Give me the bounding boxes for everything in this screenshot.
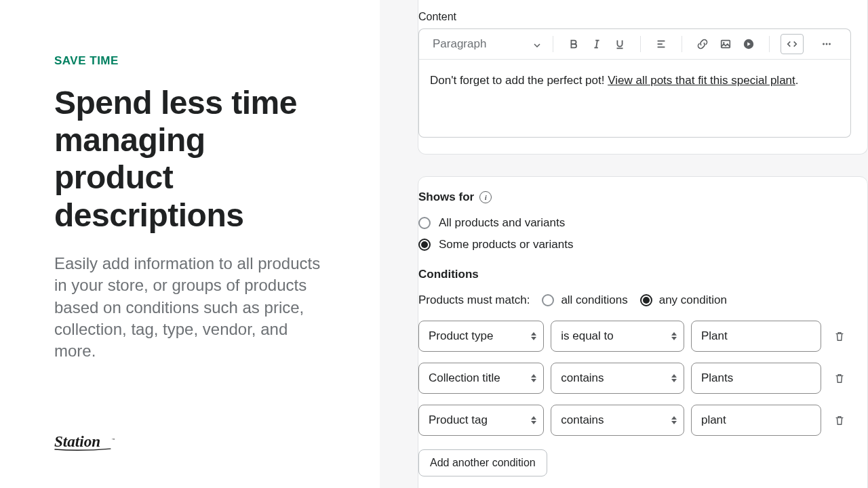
chevron-down-icon: [534, 37, 540, 51]
select-stepper-icon: [671, 332, 677, 340]
underline-button[interactable]: [610, 35, 629, 54]
condition-operator-select[interactable]: is equal to: [551, 321, 684, 352]
svg-point-13: [826, 43, 828, 45]
trash-icon: [833, 372, 846, 384]
toolbar-divider: [682, 36, 682, 52]
radio-match-all-label: all conditions: [561, 293, 627, 307]
editor-text-pre: Don't forget to add the perfect pot!: [430, 74, 608, 87]
paragraph-select[interactable]: Paragraph: [426, 33, 547, 55]
eyebrow-label: SAVE TIME: [54, 54, 326, 68]
paragraph-select-label: Paragraph: [433, 37, 486, 51]
condition-operator-value: contains: [561, 413, 604, 426]
condition-operator-value: is equal to: [561, 329, 614, 342]
condition-row: Product type is equal to Plant: [418, 321, 851, 352]
select-stepper-icon: [671, 416, 677, 424]
radio-match-any[interactable]: [640, 294, 652, 306]
select-stepper-icon: [671, 374, 677, 382]
editor-toolbar: Paragraph: [418, 28, 851, 59]
svg-text:™: ™: [112, 438, 115, 441]
condition-field-value: Product type: [429, 329, 493, 342]
toolbar-divider: [640, 36, 641, 52]
info-icon[interactable]: i: [479, 191, 492, 203]
shows-for-label: Shows for: [418, 190, 474, 204]
conditions-label: Conditions: [418, 268, 851, 281]
link-button[interactable]: [693, 35, 712, 54]
editor-body[interactable]: Don't forget to add the perfect pot! Vie…: [418, 59, 851, 138]
svg-point-14: [829, 43, 831, 45]
condition-operator-select[interactable]: contains: [551, 363, 684, 394]
radio-all-products-label: All products and variants: [439, 216, 565, 230]
delete-condition-button[interactable]: [828, 321, 851, 351]
svg-text:Station: Station: [54, 433, 100, 450]
condition-value-input[interactable]: Plants: [691, 363, 821, 394]
condition-row: Collection title contains Plants: [418, 363, 851, 394]
align-button[interactable]: [652, 35, 671, 54]
svg-line-4: [596, 41, 597, 48]
select-stepper-icon: [531, 332, 536, 340]
image-button[interactable]: [716, 35, 735, 54]
radio-match-any-label: any condition: [659, 293, 727, 307]
video-button[interactable]: [739, 35, 758, 54]
station-logo: Station ™: [54, 433, 126, 455]
delete-condition-button[interactable]: [828, 405, 851, 435]
headline: Spend less time managing product descrip…: [54, 84, 326, 234]
content-label: Content: [418, 3, 851, 28]
condition-operator-select[interactable]: contains: [551, 405, 684, 436]
select-stepper-icon: [531, 374, 536, 382]
condition-field-select[interactable]: Collection title: [418, 363, 544, 394]
editor-text-post: .: [795, 74, 799, 87]
trash-icon: [833, 414, 846, 426]
condition-value-input[interactable]: plant: [691, 405, 821, 436]
bold-button[interactable]: [564, 35, 583, 54]
code-button[interactable]: [781, 34, 804, 54]
radio-some-products[interactable]: [418, 239, 431, 251]
radio-some-products-label: Some products or variants: [439, 238, 573, 251]
condition-field-value: Product tag: [429, 413, 488, 426]
match-label: Products must match:: [418, 293, 530, 307]
condition-operator-value: contains: [561, 371, 604, 384]
italic-button[interactable]: [587, 35, 606, 54]
svg-point-12: [823, 43, 825, 45]
subcopy: Easily add information to all products i…: [54, 253, 326, 363]
toolbar-divider: [553, 36, 553, 52]
more-button[interactable]: [817, 35, 836, 54]
delete-condition-button[interactable]: [828, 363, 851, 393]
condition-value-input[interactable]: Plant: [691, 321, 821, 352]
trash-icon: [833, 330, 846, 342]
toolbar-divider: [769, 36, 770, 52]
condition-row: Product tag contains plant: [418, 405, 851, 436]
select-stepper-icon: [531, 416, 536, 424]
condition-field-select[interactable]: Product tag: [418, 405, 544, 436]
editor-inline-link[interactable]: View all pots that fit this special plan…: [608, 74, 795, 87]
radio-all-products[interactable]: [418, 217, 431, 229]
add-condition-button[interactable]: Add another condition: [418, 449, 547, 476]
condition-field-value: Collection title: [429, 371, 500, 384]
radio-match-all[interactable]: [542, 294, 554, 306]
condition-field-select[interactable]: Product type: [418, 321, 544, 352]
